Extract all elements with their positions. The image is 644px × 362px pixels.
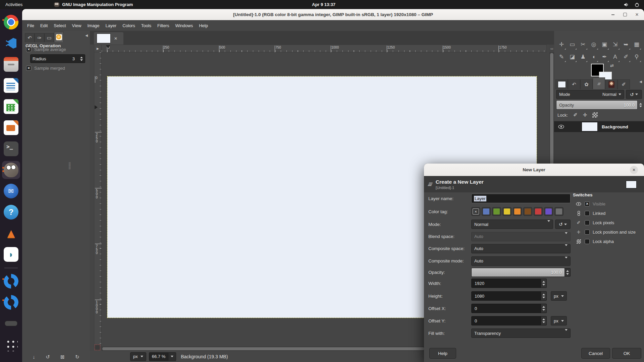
launcher-app-grid[interactable]	[2, 336, 20, 354]
visibility-eye-icon[interactable]	[558, 125, 564, 129]
mode-reset-button[interactable]: ↺	[555, 220, 571, 229]
opacity-slider[interactable]: 100.0	[471, 268, 565, 277]
switch-row[interactable]: Linked	[576, 210, 640, 216]
color-tag-none[interactable]: ✕	[471, 207, 480, 216]
width-spin-buttons[interactable]	[541, 279, 547, 288]
menu-edit[interactable]: Edit	[37, 21, 51, 31]
lock-alpha-icon[interactable]	[592, 112, 598, 118]
ruler-corner-button[interactable]: ▶	[94, 45, 102, 52]
radius-spin-buttons[interactable]	[80, 57, 83, 61]
system-tray[interactable]	[624, 0, 639, 9]
reset-tool-icon[interactable]: ↻	[75, 354, 79, 360]
zoom-value[interactable]: 66.7 %	[149, 352, 168, 361]
cancel-button[interactable]: Cancel	[581, 348, 610, 359]
launcher-vlc[interactable]: ▲	[2, 224, 20, 242]
composite-mode-dropdown[interactable]: Auto	[471, 256, 571, 266]
tool-color-picker[interactable]: ✐	[621, 51, 631, 63]
width-input[interactable]: 1920	[471, 279, 541, 288]
sample-merged-row[interactable]: Sample merged	[26, 66, 65, 71]
close-button[interactable]: ✕	[635, 12, 639, 17]
menu-windows[interactable]: Windows	[172, 21, 196, 31]
layer-mode-dropdown[interactable]: Mode Normal	[556, 90, 624, 99]
layer-name-input[interactable]: Layer	[471, 194, 571, 203]
tab-swatch[interactable]	[555, 79, 568, 89]
sample-average-checkbox[interactable]	[26, 47, 31, 52]
tool-zoom[interactable]: ⚲	[631, 51, 642, 63]
lock-pixels-checkbox[interactable]	[585, 220, 590, 225]
tab-tool-history[interactable]: ↶	[25, 33, 35, 42]
sample-merged-checkbox[interactable]	[26, 66, 31, 71]
launcher-help[interactable]: ?	[2, 203, 20, 221]
dialog-titlebar[interactable]: New Layer	[424, 164, 644, 176]
tab-device-status[interactable]: ▭	[44, 33, 54, 42]
tool-rectangle-select[interactable]: ▭	[567, 38, 578, 51]
color-tag-3[interactable]	[502, 207, 512, 216]
restore-preset-icon[interactable]: ↺	[46, 354, 50, 360]
lock-alpha-checkbox[interactable]	[585, 239, 590, 244]
composite-space-dropdown[interactable]: Auto	[471, 244, 571, 253]
zoom-follow-window-toggle[interactable]: ▭	[549, 45, 554, 52]
maximize-button[interactable]	[623, 12, 627, 17]
offset-y-spin-buttons[interactable]	[541, 316, 547, 325]
tool-scissors-select[interactable]: ✂	[578, 38, 588, 51]
color-tag-2[interactable]	[492, 207, 501, 216]
menu-view[interactable]: View	[69, 21, 85, 31]
opacity-slider[interactable]: Opacity 100.0	[556, 100, 638, 110]
horizontal-ruler[interactable]: 02505007501000125015001750	[102, 45, 547, 52]
activities-button[interactable]: Activities	[0, 2, 28, 7]
switch-row[interactable]: Visible	[576, 201, 640, 207]
launcher-gimp[interactable]	[2, 161, 20, 179]
switch-row[interactable]: ✛ Lock position and size	[576, 229, 640, 235]
unit-dropdown[interactable]: px	[130, 352, 146, 361]
tool-transform[interactable]: ⇲	[610, 38, 621, 51]
tool-text[interactable]: A	[610, 51, 621, 63]
delete-preset-icon[interactable]: ⊠	[60, 354, 65, 360]
launcher-libreoffice-impress[interactable]	[2, 119, 20, 137]
minimize-button[interactable]	[610, 12, 615, 17]
menu-file[interactable]: File	[24, 21, 37, 31]
panel-resize-grip[interactable]: ⣿⣿	[68, 162, 70, 169]
menu-layer[interactable]: Layer	[103, 21, 120, 31]
focused-app-menu[interactable]: GNU Image Manipulation Program	[54, 2, 133, 7]
tool-warp[interactable]: ➥	[621, 38, 631, 51]
offset-x-input[interactable]: 0	[471, 304, 541, 313]
tab-paintbrush[interactable]: ✐	[618, 79, 630, 89]
switch-row[interactable]: Lock alpha	[576, 239, 640, 244]
height-input[interactable]: 1080	[471, 291, 541, 301]
menu-image[interactable]: Image	[84, 21, 102, 31]
quick-mask-toggle[interactable]	[95, 345, 100, 350]
radius-spinner[interactable]: Radius 3	[30, 54, 85, 63]
vertical-ruler[interactable]: 02505007501000	[94, 52, 102, 347]
sample-average-row[interactable]: Sample average	[26, 47, 66, 52]
launcher-files[interactable]	[2, 55, 20, 73]
launcher-software-updater[interactable]	[2, 272, 20, 290]
menu-filters[interactable]: Filters	[154, 21, 172, 31]
mode-reset-button[interactable]: ↺	[626, 90, 642, 99]
color-tag-8[interactable]	[554, 207, 564, 216]
dock-collapse-icon[interactable]: ◀	[639, 80, 642, 83]
fill-with-dropdown[interactable]: Transparency	[471, 328, 571, 338]
dock-collapse-icon[interactable]: ◀	[85, 34, 88, 37]
opacity-spin-buttons[interactable]	[565, 268, 571, 277]
launcher-window-tray[interactable]	[2, 314, 20, 333]
tab-tool-pointer[interactable]: ✑	[35, 33, 44, 42]
image-tab-close-icon[interactable]: ✕	[114, 36, 117, 41]
swap-colors-icon[interactable]: ⇄	[610, 63, 614, 68]
menu-tools[interactable]: Tools	[138, 21, 154, 31]
launcher-libreoffice-calc[interactable]	[2, 98, 20, 116]
color-tag-6[interactable]	[534, 207, 543, 216]
menu-help[interactable]: Help	[196, 21, 211, 31]
opacity-spin-buttons[interactable]	[639, 103, 642, 107]
lock-position-checkbox[interactable]	[585, 230, 590, 235]
visible-checkbox[interactable]	[585, 201, 590, 206]
offset-y-input[interactable]: 0	[471, 316, 541, 325]
lock-position-icon[interactable]: ✛	[583, 112, 587, 118]
tool-ink[interactable]: ✒	[599, 51, 610, 63]
menu-select[interactable]: Select	[51, 21, 69, 31]
save-preset-icon[interactable]: ↓	[33, 354, 35, 360]
tool-crop[interactable]: ▣	[599, 38, 610, 51]
ok-button[interactable]: OK	[612, 348, 641, 359]
launcher-vscode[interactable]	[2, 34, 20, 52]
lock-pixels-icon[interactable]: ✐	[573, 112, 578, 118]
tool-clone[interactable]: ♟	[578, 51, 588, 63]
